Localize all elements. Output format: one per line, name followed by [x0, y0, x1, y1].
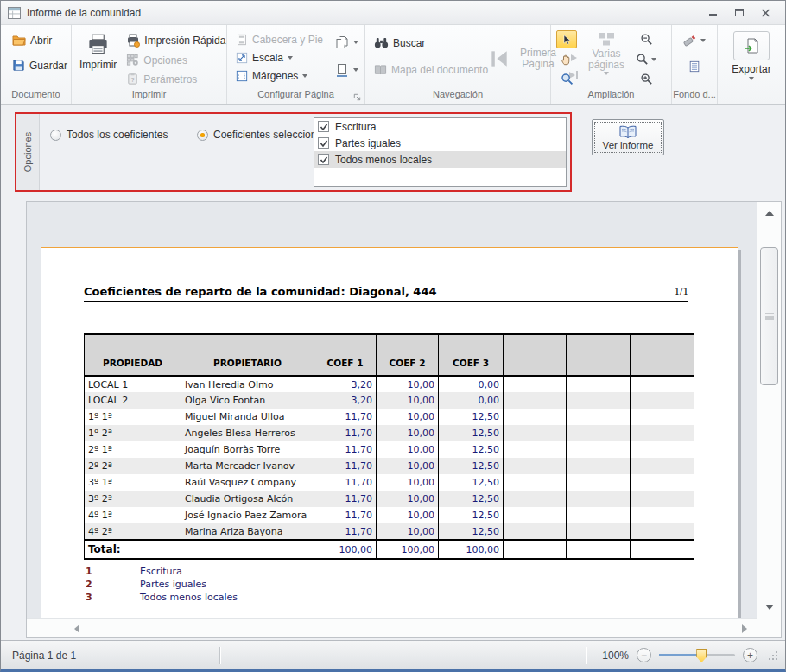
watermark-button[interactable] — [680, 32, 709, 49]
horizontal-scrollbar[interactable] — [27, 618, 757, 637]
zoom-in-button[interactable] — [636, 70, 656, 88]
report-cell — [631, 441, 694, 458]
hand-tool-button[interactable] — [556, 50, 577, 68]
report-cell: 11,70 — [314, 441, 377, 458]
scroll-up-icon[interactable] — [757, 204, 781, 223]
vertical-scrollbar[interactable] — [757, 202, 781, 618]
report-cell: 12,50 — [439, 425, 504, 441]
report-table-row: 3º 2ªClaudia Ortigosa Alcón11,7010,0012,… — [85, 491, 694, 507]
report-cell: 0,00 — [439, 392, 504, 409]
report-table-row: 1º 1ªMiguel Miranda Ulloa11,7010,0012,50 — [85, 409, 694, 425]
report-cell: Marta Mercader Ivanov — [181, 458, 314, 474]
radio-icon[interactable] — [50, 130, 61, 141]
preview-panel: Coeficientes de reparto de la comunidad:… — [26, 201, 782, 638]
orientation-dropdown[interactable] — [332, 61, 362, 79]
zoom-slider[interactable] — [659, 654, 735, 656]
radio-selected-icon[interactable] — [197, 130, 208, 141]
zoom-in-button-status[interactable]: + — [743, 648, 757, 662]
zoom-slider-thumb[interactable] — [696, 649, 707, 662]
zoom-out-button[interactable] — [636, 30, 656, 48]
report-cell: 3,20 — [314, 392, 377, 409]
maximize-icon[interactable] — [733, 8, 745, 18]
report-cell: 11,70 — [314, 425, 377, 441]
window-title: Informe de la comunidad — [27, 7, 707, 19]
ribbon-group-imprimir: Imprimir Impresión Rápida Opciones ? Par… — [72, 25, 227, 104]
close-icon[interactable] — [759, 8, 771, 18]
paper-icon — [335, 35, 349, 49]
report-cell: 11,70 — [314, 491, 377, 507]
report-cell: 10,00 — [377, 491, 439, 507]
report-cell: 12,50 — [439, 441, 504, 458]
scroll-left-icon[interactable] — [68, 619, 86, 638]
footnote-number: 1 — [86, 566, 140, 577]
checkbox-icon[interactable] — [318, 121, 329, 132]
zoom-out-button-status[interactable]: − — [637, 648, 651, 662]
view-report-button[interactable]: Ver informe — [592, 119, 664, 155]
report-cell — [631, 458, 694, 474]
search-icon — [374, 37, 389, 48]
report-cell — [631, 474, 694, 491]
report-cell — [567, 392, 631, 409]
save-button[interactable]: Guardar — [9, 57, 66, 73]
report-table-total-row: Total:100,00100,00100,00 — [85, 540, 694, 559]
zoom-tool-button[interactable] — [556, 70, 577, 88]
report-column-header: PROPIEDAD — [85, 334, 181, 376]
zoom-dropdown-button[interactable] — [636, 50, 656, 68]
report-cell: 10,00 — [377, 409, 439, 425]
report-cell: 11,70 — [314, 474, 377, 491]
svg-text:?: ? — [131, 76, 135, 84]
coefficient-option[interactable]: Escritura — [314, 118, 566, 135]
open-button[interactable]: Abrir — [9, 32, 66, 49]
radio-all-coefficients[interactable]: Todos los coeficientes — [50, 129, 168, 141]
checkbox-icon[interactable] — [318, 154, 329, 165]
report-cell: 12,50 — [439, 507, 504, 523]
report-cell — [631, 523, 694, 540]
preview-canvas[interactable]: Coeficientes de reparto de la comunidad:… — [27, 202, 757, 618]
quick-print-button[interactable]: Impresión Rápida — [123, 32, 229, 49]
coefficient-option[interactable]: Partes iguales — [314, 135, 566, 151]
ribbon-group-documento: Abrir Guardar Documento — [1, 25, 72, 104]
coefficient-list[interactable]: EscrituraPartes igualesTodos menos local… — [314, 117, 567, 187]
paper-size-dropdown[interactable] — [332, 34, 362, 51]
report-cell: 3,20 — [314, 376, 377, 392]
report-cell — [567, 376, 631, 392]
footnote-row: 2Partes iguales — [86, 578, 238, 591]
print-button[interactable]: Imprimir — [77, 29, 119, 88]
report-cell: 10,00 — [377, 507, 439, 523]
coefficient-option[interactable]: Todos menos locales — [314, 151, 566, 168]
report-cell — [504, 376, 567, 392]
scroll-right-icon[interactable] — [736, 619, 753, 638]
report-table-row: 1º 2ªAngeles Blesa Herreros11,7010,0012,… — [85, 425, 694, 441]
minimize-icon[interactable] — [707, 8, 719, 18]
dialog-launcher-icon[interactable] — [352, 92, 362, 102]
page-color-button[interactable] — [685, 59, 704, 74]
export-button[interactable]: Exportar — [729, 29, 773, 82]
margins-button[interactable]: Márgenes — [232, 68, 326, 84]
report-cell: 4º 2ª — [85, 523, 181, 540]
report-cell: Ivan Heredia Olmo — [181, 376, 314, 392]
report-cell — [631, 376, 694, 392]
report-cell — [631, 409, 694, 425]
pointer-tool-button[interactable] — [556, 30, 577, 48]
total-cell: 100,00 — [439, 540, 504, 559]
report-cell — [504, 441, 567, 458]
ribbon-group-fondo: Fondo d... — [672, 25, 718, 104]
footnote-number: 2 — [86, 579, 140, 590]
report-cell: 10,00 — [377, 523, 439, 540]
total-cell — [567, 540, 631, 559]
resize-grip-icon[interactable] — [767, 650, 778, 661]
search-button[interactable]: Buscar — [371, 35, 481, 51]
report-title: Coeficientes de reparto de la comunidad:… — [84, 285, 437, 298]
scroll-down-icon[interactable] — [757, 598, 781, 617]
header-footer-button: Cabecera y Pie — [232, 32, 326, 48]
options-side-label: Opciones — [16, 114, 40, 190]
ribbon-group-exportar: Exportar — [718, 25, 785, 104]
report-column-header — [504, 334, 567, 376]
scale-icon — [236, 52, 248, 64]
report-cell: LOCAL 1 — [85, 376, 181, 392]
scale-button[interactable]: Escala — [232, 50, 326, 66]
vertical-scroll-thumb[interactable] — [760, 247, 778, 385]
report-cell: 10,00 — [377, 425, 439, 441]
checkbox-icon[interactable] — [318, 137, 329, 149]
report-cell: Claudia Ortigosa Alcón — [181, 491, 314, 507]
